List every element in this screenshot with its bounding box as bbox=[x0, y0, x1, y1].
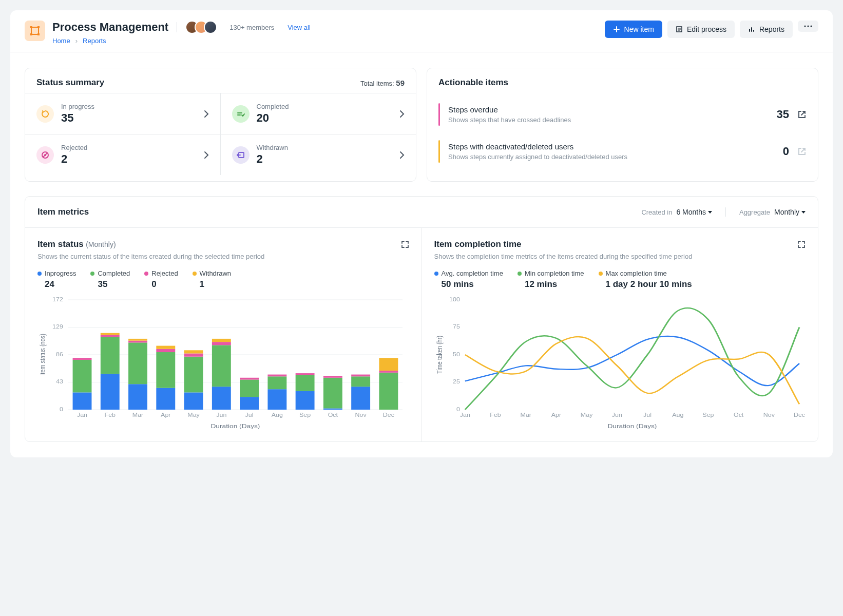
view-all-link[interactable]: View all bbox=[288, 24, 311, 31]
svg-rect-1 bbox=[37, 26, 40, 28]
dot-icon bbox=[518, 272, 522, 276]
svg-text:Dec: Dec bbox=[383, 412, 395, 418]
accent-bar bbox=[438, 103, 440, 126]
svg-rect-58 bbox=[296, 391, 315, 410]
reports-label: Reports bbox=[759, 25, 784, 33]
svg-rect-46 bbox=[212, 345, 231, 387]
legend-avg: Avg. completion time 50 mins bbox=[434, 270, 503, 290]
svg-rect-68 bbox=[351, 375, 370, 377]
legend-completed: Completed 35 bbox=[90, 270, 130, 290]
legend-inprogress: Inprogress 24 bbox=[37, 270, 76, 290]
action-desc: Shows steps that have crossed deadlines bbox=[448, 116, 769, 124]
member-avatars[interactable] bbox=[185, 21, 217, 34]
chevron-right-icon bbox=[399, 110, 405, 118]
status-label: In progress bbox=[61, 103, 197, 110]
svg-rect-60 bbox=[296, 373, 315, 375]
svg-rect-66 bbox=[351, 387, 370, 410]
svg-rect-56 bbox=[267, 375, 286, 377]
actionable-title: Actionable items bbox=[438, 78, 508, 88]
svg-text:Jan: Jan bbox=[77, 412, 87, 418]
status-withdrawn[interactable]: Withdrawn 2 bbox=[221, 134, 416, 175]
svg-text:43: 43 bbox=[56, 379, 63, 385]
status-rejected[interactable]: Rejected 2 bbox=[25, 134, 221, 175]
status-in-progress[interactable]: In progress 35 bbox=[25, 93, 221, 134]
svg-rect-45 bbox=[212, 387, 231, 410]
aggregate-dropdown[interactable]: Monthly bbox=[774, 208, 806, 216]
status-completed[interactable]: Completed 20 bbox=[221, 93, 416, 134]
dot-icon bbox=[599, 272, 603, 276]
svg-text:Nov: Nov bbox=[763, 412, 775, 418]
svg-rect-35 bbox=[156, 388, 175, 410]
svg-text:129: 129 bbox=[52, 324, 63, 330]
svg-text:Oct: Oct bbox=[733, 412, 743, 418]
edit-process-button[interactable]: Edit process bbox=[667, 21, 735, 38]
svg-rect-22 bbox=[73, 360, 92, 392]
item-metrics-title: Item metrics bbox=[37, 207, 631, 217]
dot-icon bbox=[90, 272, 94, 276]
external-link-icon[interactable] bbox=[797, 110, 807, 119]
dot-icon bbox=[434, 272, 438, 276]
dot-icon bbox=[144, 272, 148, 276]
svg-rect-55 bbox=[267, 376, 286, 389]
caret-down-icon bbox=[801, 211, 806, 214]
more-button[interactable] bbox=[798, 21, 818, 32]
svg-rect-41 bbox=[184, 357, 203, 393]
action-count: 0 bbox=[783, 145, 789, 158]
svg-rect-32 bbox=[128, 341, 147, 343]
legend-value: 24 bbox=[45, 279, 76, 290]
created-in-dropdown[interactable]: 6 Months bbox=[676, 208, 712, 216]
svg-rect-2 bbox=[30, 33, 32, 35]
legend-label: Completed bbox=[98, 270, 130, 277]
svg-point-5 bbox=[804, 26, 806, 27]
avatar bbox=[204, 21, 217, 34]
legend-withdrawn: Withdrawn 1 bbox=[193, 270, 231, 290]
svg-text:Apr: Apr bbox=[551, 412, 561, 418]
expand-icon[interactable] bbox=[797, 240, 806, 248]
svg-rect-25 bbox=[101, 374, 120, 410]
svg-rect-71 bbox=[379, 371, 398, 373]
chevron-right-icon bbox=[204, 151, 209, 159]
svg-text:Jul: Jul bbox=[245, 412, 254, 418]
reports-button[interactable]: Reports bbox=[740, 21, 793, 38]
svg-text:Duration (Days): Duration (Days) bbox=[210, 423, 260, 429]
chart-desc: Shows the completion time metrics of the… bbox=[434, 253, 806, 260]
svg-rect-37 bbox=[156, 349, 175, 352]
new-item-button[interactable]: New item bbox=[605, 21, 662, 38]
bar-chart-icon bbox=[748, 26, 755, 33]
aggregate-value: Monthly bbox=[774, 208, 799, 216]
legend-rejected: Rejected 0 bbox=[144, 270, 178, 290]
aggregate-label: Aggregate bbox=[739, 208, 770, 216]
svg-rect-70 bbox=[379, 373, 398, 410]
line-chart: 0255075100JanFebMarAprMayJunJulAugSepOct… bbox=[434, 297, 806, 430]
total-items-value: 59 bbox=[396, 79, 405, 87]
svg-rect-72 bbox=[379, 358, 398, 371]
completed-icon bbox=[232, 105, 250, 123]
total-items: Total items: 59 bbox=[360, 79, 405, 87]
legend-max: Max completion time 1 day 2 hour 10 mins bbox=[599, 270, 692, 290]
chart-desc: Shows the current status of the items cr… bbox=[37, 253, 409, 260]
bar-chart: 04386129172JanFebMarAprMayJunJulAugSepOc… bbox=[37, 297, 409, 430]
svg-rect-64 bbox=[323, 376, 342, 378]
action-title: Steps overdue bbox=[448, 105, 769, 114]
action-title: Steps with deactivated/deleted users bbox=[448, 142, 775, 151]
svg-text:Item status (nos): Item status (nos) bbox=[39, 334, 47, 376]
breadcrumb-current[interactable]: Reports bbox=[83, 37, 106, 45]
breadcrumb-home[interactable]: Home bbox=[52, 37, 70, 45]
svg-rect-23 bbox=[73, 358, 92, 360]
action-desc: Shows steps currently assigned to deacti… bbox=[448, 153, 775, 161]
item-status-chart-panel: Item status (Monthly) Shows the current … bbox=[25, 228, 422, 441]
divider bbox=[177, 22, 177, 32]
svg-rect-62 bbox=[323, 409, 342, 410]
svg-text:Mar: Mar bbox=[132, 412, 144, 418]
legend-label: Rejected bbox=[151, 270, 178, 277]
legend-min: Min completion time 12 mins bbox=[518, 270, 584, 290]
edit-icon bbox=[676, 26, 683, 33]
svg-rect-28 bbox=[101, 333, 120, 335]
members-count: 130+ members bbox=[229, 24, 274, 31]
chart-subtitle: (Monthly) bbox=[86, 240, 116, 248]
expand-icon[interactable] bbox=[401, 240, 409, 248]
svg-text:Sep: Sep bbox=[702, 412, 714, 418]
app-icon bbox=[25, 21, 45, 41]
more-horizontal-icon bbox=[804, 25, 812, 27]
svg-rect-51 bbox=[240, 380, 259, 397]
